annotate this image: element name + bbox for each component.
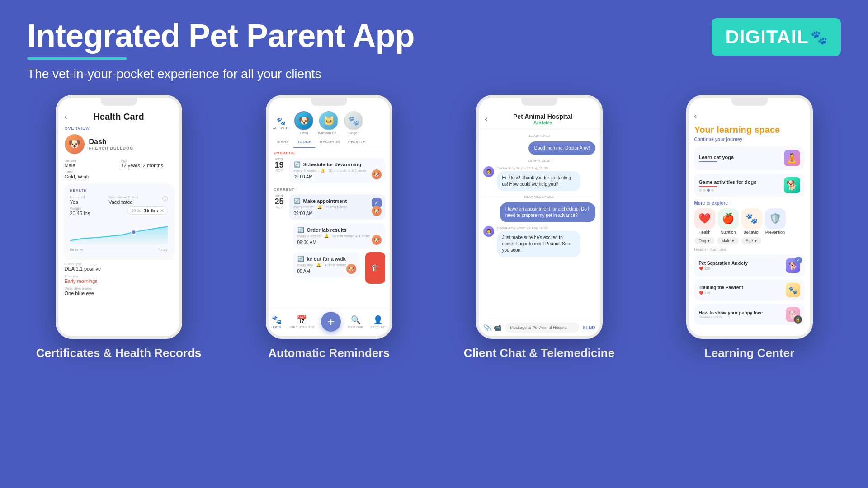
tab-todos[interactable]: TODOS [293,137,315,148]
reminder4-repeat: every day [297,263,313,267]
pet-col-roger[interactable]: 🐾 Roger [344,111,363,135]
chart-end-label: Today [158,248,167,252]
msg-row-2: 👩‍⚕️ Doctor Amy Smith 12 Apr, 12:30 Hi, … [483,166,595,191]
nav-pets[interactable]: 🐾 PETS [272,315,282,329]
reminder4-block: 🔄 ke out for a walk every day 🔔 1 hour b… [288,250,390,286]
main-title: Integrated Pet Parent App [27,18,414,54]
reminder2-card[interactable]: 🔄 Make appointment every month 🔔 15 min … [289,194,385,220]
color-item: Color Gold, White [65,170,117,179]
course-card-2[interactable]: Game activities for dogs 🐕 [694,174,805,197]
neutered-value: Yes [70,199,85,205]
tab-diary[interactable]: DIARY [273,137,293,148]
delete-btn[interactable]: 🗑 [365,252,385,284]
logo-text: DIGITAIL [725,26,809,48]
pet-dot-2: 🐶 [372,206,382,216]
cat-behavior[interactable]: 🐾 Behavior [741,208,762,235]
learning-back-icon[interactable]: ‹ [694,112,697,120]
bubble-received-4: Just make sure he's excited to come! Eag… [497,231,580,257]
nav-appointments[interactable]: 📅 APPOINTMENTS [289,315,314,329]
repeat-icon-3: 🔄 [297,227,304,233]
video-icon[interactable]: 📹 [494,324,501,331]
article2-img: 🐾 [786,283,800,297]
logo-paw-icon: 🐾 [811,29,827,45]
phone3-label: Client Chat & Telemedicine [464,346,614,360]
pet-col-dash[interactable]: 🐶 Dash [294,111,313,135]
send-button[interactable]: SEND [583,325,595,330]
chat-header: ‹ Pet Animal Hospital Available [479,108,600,129]
phone1-label: Certificates & Health Records [36,346,202,360]
article3-img-wrap: 🐕 🔒 [786,307,800,322]
age-item: Age 12 years, 2 months [121,159,173,168]
chevron-down-icon-2: ▾ [732,239,734,243]
reminder3-card[interactable]: 🔄 Order lab results every 2 weeks 🔔 30 m… [293,223,385,249]
weight-close-icon[interactable]: ✕ [160,208,164,213]
filter-dog[interactable]: Dog ▾ [694,237,715,244]
all-pets-btn[interactable]: 🐾 ALL PETS [273,117,290,130]
weight-date: 20 Jul [131,208,142,213]
chat-back-icon[interactable]: ‹ [485,114,488,124]
nav-explore[interactable]: 🔍 EXPLORE [348,315,363,329]
pet-col-winston[interactable]: 🐱 Winston Ch... [318,111,340,135]
pet-avatar-winston: 🐱 [319,111,338,130]
article-card-1[interactable]: Pet Separation Anxiety ❤️ 125 🐕 ✓ [694,255,805,277]
articles-count-label: Health - 4 articles [689,247,810,252]
timestamp-1: 12 Apr, 12:30 [483,134,595,138]
article3-lock-badge: 🔒 [794,315,802,324]
chat-area: 12 Apr, 12:30 Good morning, Doctor Amy! … [479,129,600,336]
repeat-icon-1: 🔄 [294,161,301,168]
nutrition-cat-label: Nutrition [721,230,736,235]
repeat-icon-4: 🔄 [297,256,304,262]
phone1-notch [101,98,137,106]
filter-age[interactable]: Age ▾ [741,237,761,244]
article1-img-wrap: 🐕 ✓ [786,258,800,273]
allergies-label: Allergies [65,274,173,278]
phone3: ‹ Pet Animal Hospital Available 12 Apr, … [476,95,603,339]
reminder3-title: 🔄 Order lab results [297,227,381,233]
nav-pets-label: PETS [273,326,281,329]
article2-count: ❤️ 125 [699,291,743,295]
tab-records[interactable]: RECORDS [316,137,344,148]
tab-profile[interactable]: PROFILE [344,137,369,148]
reminder1-time: 09:00 AM [294,174,381,179]
info-icon[interactable]: ⓘ [162,195,168,203]
filter-male[interactable]: Male ▾ [717,237,739,244]
article3-coming-soon: COMING SOON [699,315,763,319]
nav-account[interactable]: 👤 ACCOUNT [370,315,386,329]
page-header: Integrated Pet Parent App The vet-in-you… [0,0,868,90]
course2-img: 🐕 [784,177,800,193]
cat-prevention[interactable]: 🛡️ Prevention [765,208,786,235]
chat-input[interactable] [505,323,579,333]
reminder4-card[interactable]: 🔄 ke out for a walk every day 🔔 1 hour b… [293,252,360,277]
course2-info: Game activities for dogs [699,179,757,192]
reminder4-title: 🔄 ke out for a walk [297,256,355,262]
article1-title: Pet Separation Anxiety [699,261,748,266]
reminder1-card[interactable]: 🔄 Schedule for deworming every 2 weeks 🔔… [289,158,385,183]
fab-add-button[interactable]: + [321,312,341,332]
behavior-cat-icon: 🐾 [741,208,762,229]
more-label: More to explore [694,201,805,206]
prevention-cat-label: Prevention [765,230,785,235]
pet-breed: FRENCH BULLDOG [89,146,134,150]
cat-nutrition[interactable]: 🍎 Nutrition [718,208,739,235]
phone1-content: ‹ Health Card OVERVIEW 🐶 Dash FRENCH BUL… [58,98,179,336]
course1-underline [699,161,717,162]
distinctive-value: One blue eye [65,291,173,296]
behavior-cat-label: Behavior [744,230,760,235]
pet-dot-3: 🐶 [372,235,382,245]
weight-item: Weight 20.45 lbs [70,206,90,216]
bell-icon-2: 🔔 [317,205,322,209]
pet-name-dash: Dash [300,131,308,135]
msg2-container: Doctor Amy Smith 12 Apr, 12:30 Hi, Ross!… [497,166,595,191]
doctor-meta-4: Doctor Amy Smith 18 Apr, 10:29 [497,226,595,230]
phone2-label: Automatic Reminders [268,346,390,360]
course-card-1[interactable]: Learn cat yoga 🧘 [694,146,805,170]
attach-icon[interactable]: 📎 [483,324,491,331]
cat-health[interactable]: ❤️ Health [694,208,715,235]
age-value: 12 years, 2 months [121,163,173,168]
filters: Dog ▾ Male ▾ Age ▾ [689,237,810,244]
clinic-status: Available [492,120,594,125]
article-card-2[interactable]: Training the Pawrent ❤️ 125 🐾 [694,279,805,301]
month-1: NOV [276,169,283,172]
back-icon[interactable]: ‹ [65,112,67,122]
prevention-cat-icon: 🛡️ [765,208,786,229]
